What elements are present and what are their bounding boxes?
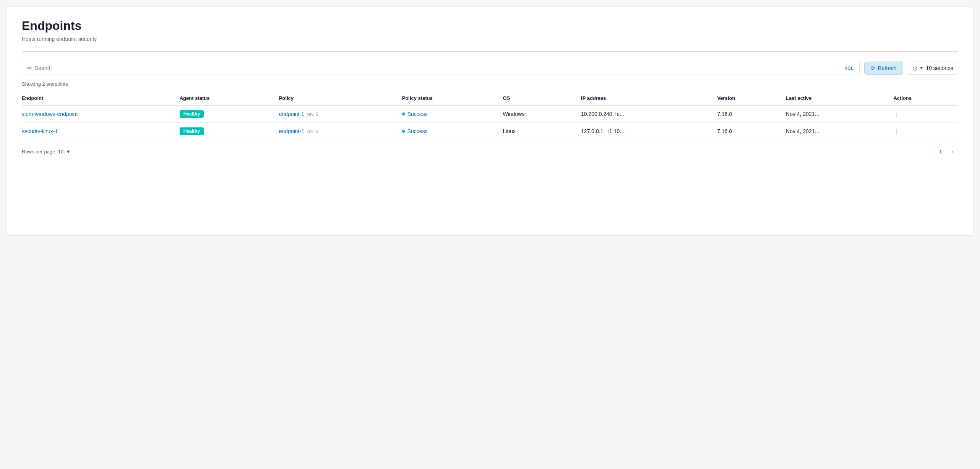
status-success-label-0: Success (407, 111, 428, 117)
col-policy: Policy (274, 91, 398, 105)
clock-icon: ◷ (913, 65, 917, 71)
cell-os-1: Linux (498, 123, 577, 140)
actions-menu-icon-0[interactable]: ⋮ (893, 111, 899, 117)
cell-version-0: 7.16.0 (712, 105, 781, 123)
chevron-down-icon: ▼ (920, 66, 924, 70)
kql-button[interactable]: KQL (843, 65, 855, 71)
cell-version-1: 7.16.0 (712, 123, 781, 140)
status-success-label-1: Success (407, 128, 428, 134)
cell-endpoint-0: siem-windows-endpoint (22, 105, 175, 123)
cell-os-0: Windows (498, 105, 577, 123)
status-dot-icon-0 (402, 112, 405, 116)
policy-link-1[interactable]: endpoint-1 (279, 128, 304, 134)
time-label: 10 seconds (926, 65, 953, 71)
cell-policy-status-0: Success (398, 105, 498, 123)
actions-menu-icon-1[interactable]: ⋮ (893, 128, 899, 135)
refresh-icon: ⟳ (871, 65, 875, 71)
cell-policy-1: endpoint-1 rev. 3 (274, 123, 398, 140)
page-1-button[interactable]: 1 (935, 146, 946, 157)
policy-rev-0: rev. 3 (307, 112, 318, 117)
cell-agent-status-1: Healthy (175, 123, 274, 140)
table-row: siem-windows-endpoint Healthy endpoint-1… (22, 105, 958, 123)
endpoints-table: Endpoint Agent status Policy Policy stat… (22, 91, 958, 140)
endpoint-link-0[interactable]: siem-windows-endpoint (22, 111, 78, 117)
page-subtitle: Hosts running endpoint security (22, 36, 958, 42)
refresh-label: Refresh (878, 65, 896, 71)
cell-ip-1: 127.0.0.1, ::1,10.... (576, 123, 712, 140)
endpoint-link-1[interactable]: security-linux-1 (22, 128, 58, 134)
cell-last-active-0: Nov 4, 2021... (781, 105, 889, 123)
policy-status-container-1: Success (402, 128, 494, 134)
rows-per-page-selector[interactable]: Rows per page: 10 ▼ (22, 149, 71, 155)
rows-per-page-label: Rows per page: 10 (22, 149, 63, 155)
cell-ip-0: 10.200.0.240, fe... (576, 105, 712, 123)
col-policy-status: Policy status (398, 91, 498, 105)
divider (22, 51, 958, 52)
time-selector-button[interactable]: ◷ ▼ 10 seconds (908, 62, 959, 75)
next-page-button[interactable]: › (948, 146, 958, 157)
pagination-controls: ‹ 1 › (923, 146, 958, 157)
col-endpoint: Endpoint (22, 91, 175, 105)
status-dot-icon-1 (402, 130, 405, 133)
healthy-badge-0: Healthy (180, 110, 204, 118)
toolbar: ⚮ KQL ⟳ Refresh ◷ ▼ 10 seconds (22, 61, 958, 75)
policy-link-0[interactable]: endpoint-1 (279, 111, 304, 117)
col-version: Version (712, 91, 781, 105)
search-icon: ⚮ (27, 64, 32, 72)
cell-last-active-1: Nov 4, 2021... (781, 123, 889, 140)
showing-count: Showing 2 endpoints (22, 81, 958, 87)
cell-agent-status-0: Healthy (175, 105, 274, 123)
col-agent-status: Agent status (175, 91, 274, 105)
policy-status-container-0: Success (402, 111, 494, 117)
col-ip-address: IP address (576, 91, 712, 105)
cell-policy-status-1: Success (398, 123, 498, 140)
cell-actions-0: ⋮ (889, 105, 958, 123)
cell-policy-0: endpoint-1 rev. 3 (274, 105, 398, 123)
rows-per-page-chevron-icon: ▼ (66, 149, 71, 155)
col-os: OS (498, 91, 577, 105)
col-last-active: Last active (781, 91, 889, 105)
pagination-row: Rows per page: 10 ▼ ‹ 1 › (22, 146, 958, 157)
table-row: security-linux-1 Healthy endpoint-1 rev.… (22, 123, 958, 140)
prev-page-button[interactable]: ‹ (923, 146, 934, 157)
col-actions: Actions (889, 91, 958, 105)
refresh-button[interactable]: ⟳ Refresh (864, 62, 903, 75)
main-content: Endpoints Hosts running endpoint securit… (6, 6, 974, 236)
cell-endpoint-1: security-linux-1 (22, 123, 175, 140)
healthy-badge-1: Healthy (180, 127, 204, 135)
page-title: Endpoints (22, 19, 958, 33)
table-header-row: Endpoint Agent status Policy Policy stat… (22, 91, 958, 105)
cell-actions-1: ⋮ (889, 123, 958, 140)
policy-rev-1: rev. 3 (307, 129, 318, 134)
search-input[interactable] (35, 65, 843, 71)
search-container: ⚮ KQL (22, 61, 860, 75)
